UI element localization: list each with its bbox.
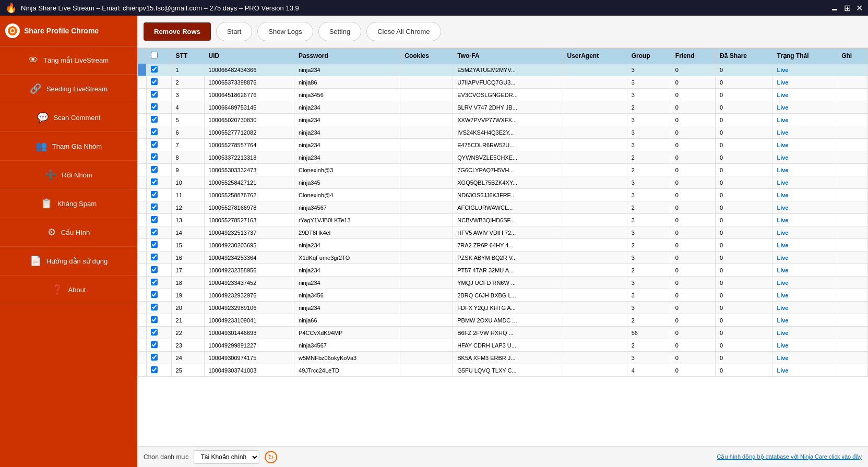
- row-group: 3: [627, 114, 671, 126]
- row-indicator: [138, 114, 147, 126]
- row-indicator: [138, 277, 147, 289]
- row-checkbox[interactable]: [151, 103, 158, 110]
- table-row[interactable]: 11100055258876762Clonexinh@4ND63OS6JJ6K3…: [138, 189, 868, 201]
- table-row[interactable]: 2510004930374100349JTrcc24LeTDG5FU LQVQ …: [138, 364, 868, 377]
- row-checkbox[interactable]: [151, 316, 158, 323]
- row-checkbox[interactable]: [151, 366, 158, 373]
- table-row[interactable]: ▶1100066482434366ninja234E5MZYATUEM2MYV.…: [138, 64, 868, 76]
- row-checkbox[interactable]: [151, 354, 158, 361]
- table-row[interactable]: 17100049232358956ninja234PT57 4TAR 32MU …: [138, 264, 868, 277]
- sidebar-item-khang-spam[interactable]: 📋 Kháng Spam: [0, 189, 137, 218]
- col-friend: Friend: [671, 49, 715, 64]
- table-row[interactable]: 23100049299891227ninja34567HFAY CDRH LAP…: [138, 339, 868, 352]
- sidebar-item-tang-mat-livestream[interactable]: 👁 Tăng mắt LiveStream: [0, 46, 137, 75]
- row-cookies: [400, 151, 453, 164]
- table-row[interactable]: 13100055278527163rYagY1VJB0LKTe13NCBVWB3…: [138, 214, 868, 226]
- table-row[interactable]: 3100064518626776ninja3456EV3CVOSLGNGEDR.…: [138, 89, 868, 101]
- row-checkbox[interactable]: [151, 329, 158, 336]
- table-row[interactable]: 24100049300974175w5MNFbz06okyKoVa3BK5A X…: [138, 352, 868, 364]
- row-checkbox[interactable]: [151, 304, 158, 310]
- table-row[interactable]: 8100053372213318ninja234QYWNSVZLE5CHXE..…: [138, 151, 868, 164]
- table-row[interactable]: 4100066489753145ninja234SLRV V747 2DHY J…: [138, 101, 868, 114]
- table-row[interactable]: 15100049230203695ninja2347RA2 ZR6P 64HY …: [138, 239, 868, 252]
- row-checkbox[interactable]: [151, 141, 158, 148]
- table-row[interactable]: 9100055303332473Clonexinh@37G6CLYPAQ7H5V…: [138, 164, 868, 176]
- row-two-fa: AFCIGLURWAWCL...: [453, 201, 563, 214]
- row-status: Live: [772, 139, 837, 151]
- row-status: Live: [772, 76, 837, 89]
- row-group: 56: [627, 327, 671, 339]
- table-row[interactable]: 7100055278557764ninja234E475CDLR6RW52U..…: [138, 139, 868, 151]
- setting-button[interactable]: Setting: [318, 22, 361, 41]
- row-password: ninja234: [294, 151, 400, 164]
- row-two-fa: 7G6CLYPAQ7H5VH...: [453, 164, 563, 176]
- row-checkbox-cell: [147, 252, 172, 264]
- row-checkbox-cell: [147, 164, 172, 176]
- row-checkbox[interactable]: [151, 291, 158, 298]
- row-two-fa: FDFX Y2QJ KHTG A...: [453, 302, 563, 314]
- row-checkbox[interactable]: [151, 166, 158, 173]
- row-checkbox[interactable]: [151, 153, 158, 160]
- sidebar-item-tham-gia-nhom[interactable]: 👥 Tham Gia Nhóm: [0, 132, 137, 161]
- minimize-button[interactable]: 🗕: [830, 3, 839, 13]
- table-row[interactable]: 12100055278166978ninja34567AFCIGLURWAWCL…: [138, 201, 868, 214]
- sidebar-item-roi-nhom[interactable]: ➕ Rời Nhóm: [0, 161, 137, 189]
- table-row[interactable]: 19100049232932976ninja34562BRQ C6JH BXBG…: [138, 289, 868, 302]
- config-link[interactable]: Cấu hình đồng bộ database với Ninja Care…: [717, 453, 862, 460]
- sidebar-item-label: Tham Gia Nhóm: [52, 142, 102, 150]
- row-uid: 100055278527163: [204, 214, 294, 226]
- sidebar-item-huong-dan-su-dung[interactable]: 📄 Hướng dẫn sử dụng: [0, 247, 137, 276]
- table-row[interactable]: 16100049234253364X1dKqFume3gr2TOPZSK ABY…: [138, 252, 868, 264]
- refresh-button[interactable]: ↻: [265, 451, 277, 463]
- row-status: Live: [772, 214, 837, 226]
- row-checkbox[interactable]: [151, 178, 158, 185]
- show-logs-button[interactable]: Show Logs: [257, 22, 313, 41]
- close-all-chrome-button[interactable]: Close All Chrome: [366, 22, 441, 41]
- table-row[interactable]: 10100055258427121ninja345XGQ5QBL75BZK4XY…: [138, 176, 868, 189]
- row-friend: 0: [671, 302, 715, 314]
- sidebar-header[interactable]: Share Profile Chrome: [0, 16, 137, 46]
- table-row[interactable]: 21100049233109041ninja66PBMW 2OXU AMDC .…: [138, 314, 868, 327]
- sidebar-item-label: Seeding LiveStream: [46, 85, 108, 93]
- sidebar-item-about[interactable]: ❓ About: [0, 276, 137, 304]
- row-checkbox[interactable]: [151, 91, 158, 98]
- select-all-checkbox[interactable]: [151, 52, 158, 58]
- table-row[interactable]: 2100065373398876ninja86U7IIAPVFUCQ7GU3..…: [138, 76, 868, 89]
- row-checkbox[interactable]: [151, 203, 158, 210]
- sidebar-item-cau-hinh[interactable]: ⚙ Cấu Hình: [0, 218, 137, 247]
- table-row[interactable]: 6100055277712082ninja234IVS24KS4H4Q3E2Y.…: [138, 126, 868, 139]
- row-checkbox[interactable]: [151, 216, 158, 223]
- row-useragent: [563, 314, 627, 327]
- row-group: 3: [627, 126, 671, 139]
- row-checkbox[interactable]: [151, 128, 158, 135]
- remove-rows-button[interactable]: Remove Rows: [144, 22, 211, 41]
- table-row[interactable]: 22100049301446693P4CCvXdK94MPB6FZ 2FVW H…: [138, 327, 868, 339]
- table-row[interactable]: 20100049232989106ninja234FDFX Y2QJ KHTG …: [138, 302, 868, 314]
- row-ghi: [837, 189, 868, 201]
- row-checkbox[interactable]: [151, 241, 158, 248]
- row-two-fa: HFV5 AWIV VDIH 72...: [453, 226, 563, 239]
- table-row[interactable]: 18100049233437452ninja234YMQJ UCFD RN6W …: [138, 277, 868, 289]
- close-button[interactable]: ✕: [856, 3, 863, 13]
- row-password: rYagY1VJB0LKTe13: [294, 214, 400, 226]
- row-checkbox[interactable]: [151, 116, 158, 123]
- row-checkbox[interactable]: [151, 279, 158, 285]
- row-checkbox[interactable]: [151, 254, 158, 260]
- row-uid: 100049299891227: [204, 339, 294, 352]
- row-two-fa: BK5A XFM3 ERBR J...: [453, 352, 563, 364]
- row-checkbox[interactable]: [151, 66, 158, 73]
- row-checkbox[interactable]: [151, 78, 158, 85]
- row-checkbox[interactable]: [151, 341, 158, 348]
- row-checkbox[interactable]: [151, 266, 158, 273]
- row-useragent: [563, 327, 627, 339]
- row-two-fa: PT57 4TAR 32MU A...: [453, 264, 563, 277]
- table-row[interactable]: 5100065020730830ninja234XXW7PVVP77WXFX..…: [138, 114, 868, 126]
- sidebar-item-seeding-livestream[interactable]: 🔗 Seeding LiveStream: [0, 75, 137, 103]
- sidebar-item-scan-comment[interactable]: 💬 Scan Comment: [0, 103, 137, 132]
- start-button[interactable]: Start: [216, 22, 252, 41]
- row-checkbox[interactable]: [151, 191, 158, 198]
- maximize-button[interactable]: ⊞: [844, 3, 851, 13]
- row-checkbox[interactable]: [151, 229, 158, 235]
- table-row[interactable]: 1410004923251373729DT8Hk4elHFV5 AWIV VDI…: [138, 226, 868, 239]
- category-select[interactable]: Tài Khoản chính Tài Khoản phụ: [194, 450, 259, 464]
